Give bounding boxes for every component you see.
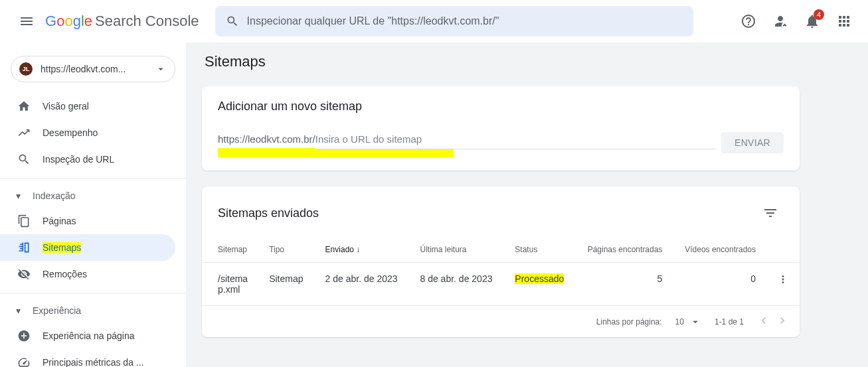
nav-url-inspection[interactable]: Inspeção de URL — [0, 146, 175, 173]
magnify-icon — [17, 153, 31, 166]
dropdown-triangle-icon — [155, 63, 167, 75]
nav-label: Sitemaps — [43, 242, 81, 253]
next-page-button[interactable] — [776, 314, 789, 329]
col-videos[interactable]: Vídeos encontrados — [673, 237, 766, 263]
chevron-left-icon — [757, 314, 770, 327]
section-indexing[interactable]: ▾ Indexação — [0, 184, 186, 208]
home-icon — [17, 100, 31, 113]
chevron-right-icon — [776, 314, 789, 327]
pages-icon — [17, 214, 31, 228]
trend-icon — [17, 126, 31, 139]
highlight-marker — [218, 148, 454, 157]
nav-label: Remoções — [43, 269, 87, 279]
filter-icon — [762, 205, 778, 221]
more-vert-icon — [777, 273, 789, 285]
help-button[interactable] — [735, 8, 762, 35]
table-header-row: Sitemap Tipo Enviado ↓ Última leitura St… — [202, 237, 800, 263]
visibility-off-icon — [17, 267, 31, 281]
menu-button[interactable] — [11, 5, 43, 37]
col-last-read[interactable]: Última leitura — [409, 237, 504, 263]
cell-pages: 5 — [576, 263, 673, 306]
section-experience[interactable]: ▾ Experiência — [0, 299, 186, 323]
add-card-title: Adicionar um novo sitemap — [218, 100, 784, 113]
nav-label: Desempenho — [43, 127, 98, 138]
sitemaps-table: Sitemap Tipo Enviado ↓ Última leitura St… — [202, 237, 800, 306]
sitemap-url-input[interactable] — [315, 132, 716, 149]
cell-videos: 0 — [673, 263, 766, 306]
row-menu-button[interactable] — [777, 277, 789, 287]
user-settings-icon — [772, 13, 788, 29]
page-range: 1-1 de 1 — [715, 317, 744, 327]
notification-badge: 4 — [814, 9, 824, 20]
cell-last-read: 8 de abr. de 2023 — [409, 263, 504, 306]
col-actions — [766, 237, 800, 263]
divider — [0, 178, 186, 179]
col-sent-label: Enviado — [325, 245, 354, 254]
nav-label: Principais métricas da ... — [43, 357, 144, 367]
search-icon — [226, 15, 239, 28]
rows-value: 10 — [675, 317, 684, 327]
chevron-down-icon: ▾ — [16, 190, 21, 201]
col-pages[interactable]: Páginas encontradas — [576, 237, 673, 263]
search-input[interactable] — [247, 15, 683, 27]
prev-page-button[interactable] — [757, 314, 770, 329]
dropdown-triangle-icon — [689, 316, 701, 328]
submitted-sitemaps-card: Sitemaps enviados Sitemap Tipo Enviado ↓… — [202, 186, 800, 337]
cell-sitemap: /sitemap.xml — [202, 263, 258, 306]
sort-down-icon: ↓ — [356, 245, 360, 254]
add-sitemap-card: Adicionar um novo sitemap https://leodkv… — [202, 86, 800, 171]
notifications-button[interactable]: 4 — [799, 8, 825, 35]
nav-sitemaps[interactable]: Sitemaps — [0, 234, 175, 261]
col-sent[interactable]: Enviado ↓ — [315, 237, 410, 263]
rows-per-page-select[interactable]: 10 — [675, 316, 701, 328]
hamburger-icon — [19, 13, 35, 29]
url-prefix: https://leodkvt.com.br/ — [218, 132, 315, 145]
property-selector[interactable]: JL https://leodkvt.com... — [11, 56, 175, 82]
speed-icon — [17, 356, 31, 367]
nav-label: Visão geral — [43, 101, 89, 111]
property-favicon: JL — [19, 62, 33, 76]
product-name: Search Console — [95, 13, 199, 30]
submit-sitemap-button[interactable]: ENVIAR — [721, 132, 784, 153]
sitemap-icon — [17, 241, 31, 254]
cell-status: Processado — [504, 263, 575, 306]
col-type[interactable]: Tipo — [258, 237, 314, 263]
chevron-down-icon: ▾ — [16, 305, 21, 316]
main-content: Sitemaps Adicionar um novo sitemap https… — [186, 42, 868, 367]
help-icon — [740, 13, 756, 29]
nav-core-web-vitals[interactable]: Principais métricas da ... — [0, 349, 175, 367]
divider — [0, 293, 186, 293]
section-label: Indexação — [33, 190, 76, 201]
nav-overview[interactable]: Visão geral — [0, 93, 175, 119]
page-title: Sitemaps — [202, 53, 852, 70]
nav-removals[interactable]: Remoções — [0, 261, 175, 287]
pagination: Linhas por página: 10 1-1 de 1 — [202, 306, 800, 337]
table-row[interactable]: /sitemap.xml Sitemap 2 de abr. de 2023 8… — [202, 263, 800, 306]
col-sitemap[interactable]: Sitemap — [202, 237, 258, 263]
nav-label: Páginas — [43, 216, 76, 226]
col-status[interactable]: Status — [504, 237, 575, 263]
nav-label: Inspeção de URL — [43, 154, 114, 165]
nav-pages[interactable]: Páginas — [0, 208, 175, 234]
apps-button[interactable] — [831, 8, 857, 35]
cell-actions — [766, 263, 800, 306]
cell-sent: 2 de abr. de 2023 — [315, 263, 410, 306]
cell-type: Sitemap — [258, 263, 314, 306]
logo: Google Search Console — [45, 13, 199, 30]
nav-performance[interactable]: Desempenho — [0, 119, 175, 146]
apps-grid-icon — [836, 13, 852, 29]
list-card-title: Sitemaps enviados — [218, 206, 319, 220]
google-logo-text: Google — [45, 13, 92, 30]
section-label: Experiência — [33, 305, 81, 316]
nav-page-experience[interactable]: Experiência na página — [0, 323, 175, 349]
rows-per-page-label: Linhas por página: — [596, 317, 662, 327]
nav-label: Experiência na página — [43, 330, 135, 341]
circle-plus-icon — [17, 329, 31, 342]
users-button[interactable] — [767, 8, 794, 35]
sidebar: JL https://leodkvt.com... Visão geral De… — [0, 42, 186, 367]
property-label: https://leodkvt.com... — [41, 64, 155, 74]
status-badge: Processado — [515, 273, 564, 284]
filter-button[interactable] — [757, 200, 784, 226]
url-inspect-search[interactable] — [215, 6, 693, 37]
